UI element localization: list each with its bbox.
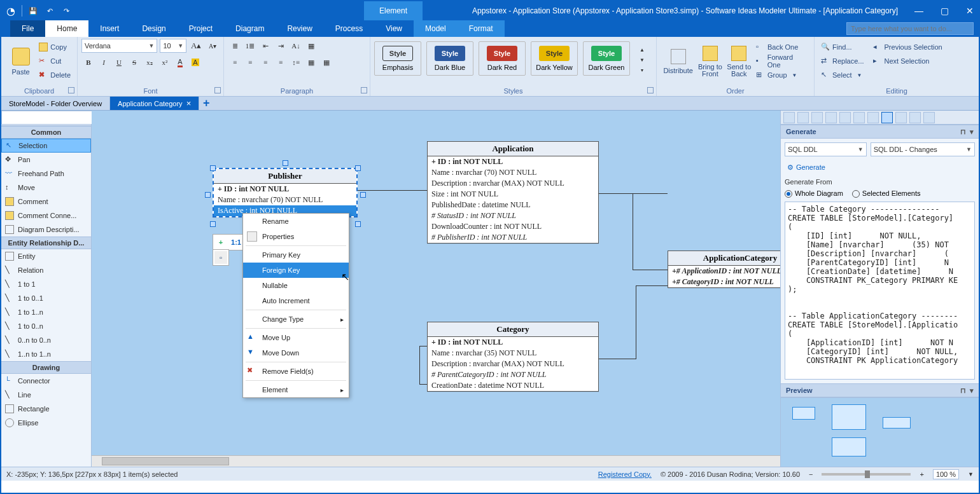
generate-button[interactable]: ⚙Generate [785,160,975,174]
forward-one-button[interactable]: ▪Forward One [753,54,810,68]
panel-tool-icon[interactable] [853,112,865,123]
send-back-button[interactable]: Send to Back [725,39,753,85]
borders-button[interactable]: ▦ [319,55,333,69]
menu-auto-increment[interactable]: Auto Increment [243,293,349,308]
resize-handle[interactable] [210,165,216,171]
entity-field[interactable]: Description : nvarchar (MAX) NOT NULL [428,178,598,189]
select-button[interactable]: ↖Select▼ [818,68,867,82]
tool-pan[interactable]: ✥Pan [1,153,91,167]
distribute-button[interactable]: Distribute [661,39,696,85]
sql-output-box[interactable]: -- Table Category --------------- CREATE… [785,202,975,380]
align-right-button[interactable]: ≡ [258,55,272,69]
entity-field[interactable]: + ID : int NOT NULL [428,337,598,348]
registered-copy-link[interactable]: Registered Copy. [598,470,652,478]
panel-tool-icon[interactable] [895,112,907,123]
back-one-button[interactable]: ▫Back One [753,40,810,54]
style-emphasis[interactable]: StyleEmphasis [374,41,421,76]
tool-relation[interactable]: ╲Relation [1,263,91,277]
panel-tool-icon[interactable] [825,112,837,123]
tool-entity[interactable]: Entity [1,249,91,263]
entity-field[interactable]: PublishedDate : datetime NULL [428,200,598,210]
entity-field[interactable]: # PublisherID : int NOT NULL [428,232,598,243]
tool-comment-connector[interactable]: Comment Conne... [1,209,91,223]
zoom-thumb[interactable] [865,470,870,478]
resize-handle[interactable] [210,221,216,227]
entity-field[interactable]: +# ApplicationID : int NOT NULL [668,266,780,277]
relation-line[interactable] [636,285,636,359]
next-selection-button[interactable]: ▸Next Selection [871,54,945,68]
menu-move-up[interactable]: ▲Move Up [243,330,349,345]
tab-design[interactable]: Design [130,20,177,37]
dialog-launcher-icon[interactable] [68,87,74,93]
tab-diagram[interactable]: Diagram [224,20,276,37]
toolbox-header-drawing[interactable]: Drawing [1,361,91,374]
panel-tool-icon[interactable] [797,112,809,123]
prev-selection-button[interactable]: ◂Previous Selection [871,40,945,54]
numbering-button[interactable]: 1≣ [243,39,257,53]
zoom-percent[interactable]: 100 % [933,469,959,479]
close-button[interactable]: ✕ [963,6,976,16]
style-darkred[interactable]: StyleDark Red [479,41,526,76]
entity-field[interactable]: + ID : int NOT NULL [428,156,598,167]
zoom-in-button[interactable]: + [920,470,923,478]
close-panel-icon[interactable]: ▾ [970,387,974,395]
menu-foreign-key[interactable]: Foreign Key [243,263,349,278]
entity-application-category[interactable]: ApplicationCategory +# ApplicationID : i… [668,250,780,288]
tab-home[interactable]: Home [45,20,88,37]
group-button[interactable]: ⊞Group▼ [753,68,810,82]
underline-button[interactable]: U [112,55,126,69]
preview-panel-header[interactable]: Preview⊓▾ [781,383,979,397]
grow-font-button[interactable]: A▴ [189,39,203,53]
styles-more-button[interactable]: ▾ [635,65,649,74]
tool-freehand[interactable]: 〰Freehand Path [1,167,91,181]
align-center-button[interactable]: ≡ [243,55,257,69]
line-spacing-button[interactable]: ↕≡ [289,55,303,69]
quick-more-button[interactable]: ▫ [214,251,227,264]
entity-publisher[interactable]: Publisher + ID : int NOT NULL Name : nva… [213,168,358,217]
subscript-button[interactable]: x₂ [143,55,157,69]
style-darkgreen[interactable]: StyleDark Green [583,41,630,76]
tool-1nto1n[interactable]: ╲1..n to 1..n [1,347,91,361]
save-icon[interactable]: 💾 [27,5,39,17]
style-darkyellow[interactable]: StyleDark Yellow [531,41,578,76]
relation-line[interactable] [633,270,668,270]
toolbox-search-input[interactable] [1,111,95,125]
entity-field[interactable]: Name : nvarchar (70) NOT NULL [214,195,356,205]
dialog-launcher-icon[interactable] [361,87,367,93]
menu-primary-key[interactable]: Primary Key [243,247,349,263]
quick-relation-label[interactable]: 1:1 [230,236,242,249]
copy-button[interactable]: Copy [36,40,73,54]
resize-handle[interactable] [283,160,288,166]
tool-ellipse[interactable]: Ellipse [1,416,91,430]
tab-format[interactable]: Format [458,20,505,37]
resize-handle[interactable] [205,192,211,198]
dialog-launcher-icon[interactable] [214,87,221,93]
tab-model[interactable]: Model [414,20,458,37]
entity-field[interactable]: Description : nvarchar (MAX) NOT NULL [428,359,598,369]
quick-add-button[interactable]: + [214,236,227,249]
toolbox-header-erd[interactable]: Entity Relationship D... [1,237,91,249]
border-button[interactable]: ▦ [304,39,318,53]
entity-field[interactable]: Name : nvarchar (70) NOT NULL [428,167,598,178]
sort-button[interactable]: A↓ [289,39,303,53]
tool-line[interactable]: ╲Line [1,388,91,402]
panel-tool-icon[interactable] [783,112,795,123]
panel-tool-icon[interactable] [839,112,851,123]
font-color-button[interactable]: A [173,55,187,69]
bullets-button[interactable]: ≣ [228,39,242,53]
undo-icon[interactable]: ↶ [44,5,55,17]
resize-handle[interactable] [355,221,361,227]
bring-front-button[interactable]: Bring to Front [696,39,724,85]
tool-1to0n[interactable]: ╲1 to 0..n [1,319,91,333]
add-tab-button[interactable]: + [199,97,213,110]
strike-button[interactable]: S [127,55,141,69]
diagram-canvas[interactable]: Publisher + ID : int NOT NULL Name : nva… [92,111,780,455]
relation-line[interactable] [419,346,427,346]
generate-panel-header[interactable]: Generate⊓▾ [781,125,979,139]
entity-application[interactable]: Application + ID : int NOT NULL Name : n… [427,141,599,244]
style-darkblue[interactable]: StyleDark Blue [426,41,473,76]
maximize-button[interactable]: ▢ [938,6,951,16]
indent-button[interactable]: ⇥ [274,39,288,53]
zoom-slider[interactable] [822,473,911,476]
doc-tab-storemodel[interactable]: StoreModel - Folder Overview [1,97,110,110]
